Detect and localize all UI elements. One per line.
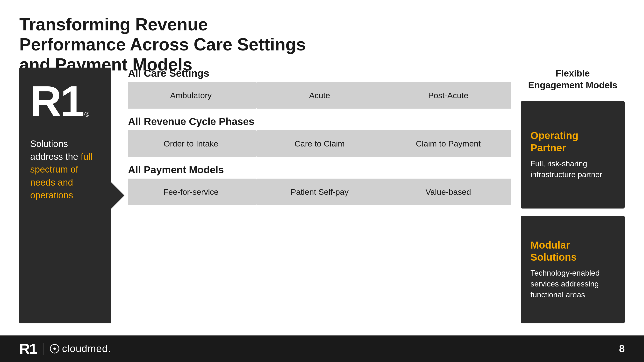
cloudmed-text: cloudmed. [62,343,111,355]
logo-panel: R1 ® Solutions address the full spectrum… [19,67,111,323]
r1-logo: R1 ® [30,80,100,123]
payment-fee-for-service: Fee-for-service [128,179,256,205]
payment-models-group: All Payment Models Fee-for-service Patie… [128,164,511,205]
operating-partner-card: Operating Partner Full, risk-sharing inf… [521,101,625,209]
footer-page-number: 8 [619,343,625,355]
phase-order-to-intake: Order to Intake [128,130,256,157]
footer-logo: R1 cloudmed. [19,341,111,357]
care-settings-group: All Care Settings Ambulatory Acute Post-… [128,67,511,109]
content-area: R1 ® Solutions address the full spectrum… [19,67,625,323]
modular-solutions-card: Modular Solutions Technology-enabled ser… [521,216,625,323]
payment-models-label: All Payment Models [128,164,511,176]
flexible-header-line2: Engagement Models [528,80,618,90]
description-part1: Solutions address the [30,139,81,162]
logo-arrow [111,182,124,209]
payment-patient-self-pay: Patient Self-pay [257,179,385,205]
r1-logo-text: R1 [30,80,83,123]
footer-divider [43,343,44,355]
payment-value-based: Value-based [385,179,511,205]
slide-title: Transforming Revenue Performance Across … [19,14,309,74]
svg-point-1 [54,348,56,350]
operating-partner-description: Full, risk-sharing infrastructure partne… [530,158,615,180]
slide-container: Transforming Revenue Performance Across … [0,0,644,362]
right-section: Flexible Engagement Models Operating Par… [521,67,625,323]
care-settings-label: All Care Settings [128,67,511,79]
phase-claim-to-payment: Claim to Payment [385,130,511,157]
care-setting-post-acute: Post-Acute [385,82,511,109]
revenue-cycle-group: All Revenue Cycle Phases Order to Intake… [128,116,511,157]
care-setting-ambulatory: Ambulatory [128,82,256,109]
footer-r1-text: R1 [19,341,37,357]
revenue-cycle-label: All Revenue Cycle Phases [128,116,511,127]
middle-section: All Care Settings Ambulatory Acute Post-… [121,67,511,323]
modular-solutions-title: Modular Solutions [530,239,615,264]
footer-page-divider [605,336,605,362]
modular-solutions-description: Technology-enabled services addressing f… [530,268,615,300]
payment-models-flow: Fee-for-service Patient Self-pay Value-b… [128,179,511,205]
registered-mark: ® [84,110,90,118]
logo-description: Solutions address the full spectrum of n… [30,138,100,202]
operating-partner-title: Operating Partner [530,130,615,154]
care-settings-flow: Ambulatory Acute Post-Acute [128,82,511,109]
flexible-header: Flexible Engagement Models [521,67,625,94]
title-line1: Transforming Revenue Performance Across … [19,15,306,54]
phase-care-to-claim: Care to Claim [257,130,385,157]
cloudmed-icon [50,344,60,354]
flexible-header-line1: Flexible [556,68,590,78]
footer-cloudmed: cloudmed. [50,343,111,355]
care-setting-acute: Acute [257,82,385,109]
revenue-cycle-flow: Order to Intake Care to Claim Claim to P… [128,130,511,157]
footer: R1 cloudmed. 8 [0,336,644,362]
